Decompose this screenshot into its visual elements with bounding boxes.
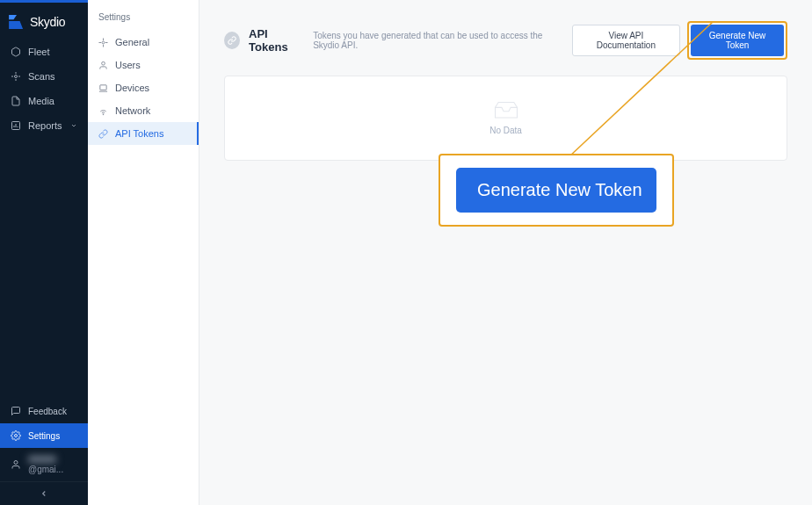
sub-nav-item-network[interactable]: Network xyxy=(88,99,199,122)
sub-nav-item-general[interactable]: General xyxy=(88,31,199,54)
nav-label: Settings xyxy=(28,431,60,441)
user-email: @gmai... xyxy=(28,455,77,474)
svg-point-11 xyxy=(103,113,104,114)
document-icon xyxy=(11,96,21,106)
sidebar-secondary: Settings General Users Devices Network A… xyxy=(88,0,199,505)
skydio-logo-icon xyxy=(9,15,25,29)
annotation-highlight: Generate New Token xyxy=(687,21,787,60)
svg-point-8 xyxy=(102,61,105,65)
main-content: API Tokens Tokens you have generated tha… xyxy=(199,0,812,505)
sub-nav-item-devices[interactable]: Devices xyxy=(88,76,199,99)
collapse-sidebar-button[interactable] xyxy=(0,481,88,505)
empty-state-text: No Data xyxy=(489,126,522,135)
sub-nav-label: API Tokens xyxy=(115,128,163,139)
logo[interactable]: Skydio xyxy=(0,10,88,40)
wifi-icon xyxy=(98,106,108,116)
chevron-left-icon xyxy=(40,489,48,498)
sub-nav-label: General xyxy=(115,37,149,47)
nav-item-settings[interactable]: Settings xyxy=(0,423,88,448)
chat-icon xyxy=(11,406,21,416)
device-icon xyxy=(98,83,108,93)
nav-label: Fleet xyxy=(28,47,49,57)
sidebar-primary: Skydio Fleet Scans Media Reports xyxy=(0,0,88,505)
svg-point-0 xyxy=(15,76,18,78)
gear-icon xyxy=(11,430,21,441)
inbox-icon xyxy=(493,101,519,120)
nav-item-user[interactable]: @gmai... xyxy=(0,448,88,481)
sub-nav-label: Users xyxy=(115,60,141,70)
sub-nav-label: Devices xyxy=(115,83,149,93)
page-title: API Tokens xyxy=(249,27,304,54)
logo-accent-bar xyxy=(0,0,88,3)
logo-text: Skydio xyxy=(30,15,65,29)
nav-label: Media xyxy=(28,96,54,106)
cube-icon xyxy=(11,47,21,57)
gear-icon xyxy=(98,38,108,47)
nav-item-feedback[interactable]: Feedback xyxy=(0,399,88,423)
user-icon xyxy=(98,61,108,70)
page-header: API Tokens Tokens you have generated tha… xyxy=(224,21,787,60)
chevron-down-icon xyxy=(70,122,77,129)
svg-point-7 xyxy=(102,41,105,44)
secondary-nav-title: Settings xyxy=(88,7,199,31)
sub-nav-item-api-tokens[interactable]: API Tokens xyxy=(88,122,199,145)
user-icon xyxy=(11,459,21,470)
nav-label: Scans xyxy=(28,71,55,82)
page-header-icon xyxy=(224,32,240,49)
annotation-callout: Generate New Token xyxy=(439,154,674,227)
nav-item-media[interactable]: Media xyxy=(0,89,88,113)
nav-item-scans[interactable]: Scans xyxy=(0,64,88,89)
nav-label: Feedback xyxy=(28,407,67,416)
scan-icon xyxy=(11,71,21,82)
svg-rect-9 xyxy=(100,84,106,90)
svg-point-6 xyxy=(14,461,18,465)
nav-label: Reports xyxy=(28,120,62,131)
tokens-card: No Data xyxy=(224,76,787,161)
sub-nav-label: Network xyxy=(115,105,150,116)
empty-state: No Data xyxy=(225,76,787,160)
report-icon xyxy=(11,120,21,131)
page-subtitle: Tokens you have generated that can be us… xyxy=(313,31,563,50)
nav-item-reports[interactable]: Reports xyxy=(0,113,88,138)
sub-nav-item-users[interactable]: Users xyxy=(88,54,199,76)
link-icon xyxy=(98,129,108,139)
nav-item-fleet[interactable]: Fleet xyxy=(0,40,88,64)
generate-new-token-button[interactable]: Generate New Token xyxy=(691,25,784,56)
callout-generate-button: Generate New Token xyxy=(456,168,656,213)
svg-point-5 xyxy=(15,435,18,437)
view-api-docs-button[interactable]: View API Documentation xyxy=(572,25,680,56)
link-icon xyxy=(228,36,236,45)
